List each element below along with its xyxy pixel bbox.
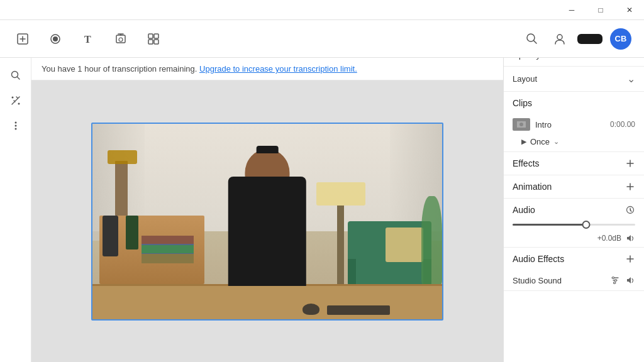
tripod-lamp — [337, 206, 344, 283]
svg-rect-6 — [148, 34, 153, 38]
animation-section: Animation — [504, 175, 644, 199]
person-cap — [256, 146, 279, 153]
clip-thumbnail — [513, 118, 530, 131]
minimize-button[interactable]: ─ — [557, 0, 586, 20]
books — [142, 236, 194, 263]
avatar[interactable]: CB — [610, 28, 631, 50]
audio-volume-icon[interactable] — [625, 233, 635, 243]
svg-point-5 — [119, 38, 123, 41]
svg-point-17 — [14, 128, 16, 130]
window-controls: ─ □ ✕ — [557, 0, 644, 20]
animation-title-row: Animation — [504, 175, 644, 198]
studio-sound-icons — [610, 275, 635, 285]
toolbar-left: T — [13, 29, 522, 49]
svg-point-13 — [11, 97, 13, 99]
audio-effects-add-icon[interactable] — [625, 254, 635, 264]
title-bar: ─ □ ✕ — [0, 0, 644, 20]
audio-effects-section: Audio Effects Studio Sound — [504, 248, 644, 291]
effects-add-icon[interactable] — [625, 158, 635, 168]
user-icon[interactable] — [550, 29, 570, 49]
audio-slider-fill — [513, 224, 586, 226]
play-icon[interactable]: ▶ — [521, 138, 526, 146]
clips-section: Clips Intro 0:00.00 ▶ Once ⌄ — [504, 92, 644, 152]
left-toolbar — [0, 58, 31, 362]
lamp-stand — [115, 161, 128, 216]
video-scene — [92, 124, 442, 319]
svg-point-26 — [614, 282, 616, 284]
sofa-leg-left — [348, 259, 356, 284]
layout-chevron-icon[interactable]: ⌄ — [627, 73, 635, 85]
svg-point-12 — [11, 72, 18, 78]
upload-icon[interactable] — [13, 29, 33, 49]
keyboard — [327, 305, 390, 315]
once-label[interactable]: Once — [530, 137, 550, 146]
studio-sound-label: Studio Sound — [513, 276, 605, 285]
close-button[interactable]: ✕ — [615, 0, 644, 20]
audio-effects-title-row: Audio Effects — [504, 248, 644, 270]
person — [211, 149, 323, 286]
more-options-left-icon[interactable] — [6, 116, 26, 136]
clip-name: Intro — [535, 120, 605, 129]
effects-title-row: Effects — [504, 152, 644, 175]
notification-text: You have 1 hour of transcription remaini… — [42, 64, 197, 74]
desk — [99, 216, 204, 284]
magic-icon[interactable] — [6, 90, 26, 111]
mouse — [303, 304, 320, 315]
timer-icon[interactable] — [111, 29, 131, 49]
svg-point-24 — [613, 277, 614, 279]
animation-label: Animation — [513, 182, 552, 192]
layout-icon[interactable] — [143, 29, 164, 49]
audio-slider-thumb[interactable] — [582, 221, 591, 229]
once-chevron-icon[interactable]: ⌄ — [553, 138, 559, 146]
audio-slider-container — [504, 221, 644, 233]
right-panel: Intro S ••• Opacity 100% — [503, 20, 644, 362]
once-row: ▶ Once ⌄ — [504, 134, 644, 151]
svg-point-15 — [14, 122, 16, 124]
notification-link[interactable]: Upgrade to increase your transcription l… — [199, 64, 357, 74]
toolbar-right: CB — [522, 28, 631, 50]
audio-slider-track[interactable] — [513, 224, 635, 226]
audio-title-row: Audio — [504, 199, 644, 221]
animation-add-icon[interactable] — [625, 182, 635, 192]
svg-point-2 — [53, 36, 58, 41]
svg-point-11 — [557, 35, 562, 40]
audio-timer-icon[interactable] — [625, 205, 635, 215]
svg-text:T: T — [84, 34, 91, 45]
audio-value-row: +0.0dB — [504, 233, 644, 247]
studio-sound-row: Studio Sound — [504, 270, 644, 290]
search-icon[interactable] — [522, 29, 542, 49]
sofa-cushion — [386, 228, 423, 262]
record-icon[interactable] — [45, 29, 65, 49]
audio-value: +0.0dB — [597, 234, 621, 243]
sofa — [348, 221, 431, 284]
search-left-icon[interactable] — [6, 65, 26, 85]
svg-rect-8 — [148, 40, 153, 44]
clip-time: 0:00.00 — [610, 120, 635, 129]
svg-point-16 — [14, 125, 16, 127]
notification-bar: You have 1 hour of transcription remaini… — [31, 58, 503, 80]
lamp-shade — [108, 150, 137, 164]
maximize-button[interactable]: □ — [586, 0, 615, 20]
svg-rect-7 — [154, 34, 158, 38]
plant-pot — [126, 216, 138, 250]
studio-volume-icon[interactable] — [625, 275, 635, 285]
audio-effects-label: Audio Effects — [513, 254, 564, 264]
audio-label: Audio — [513, 205, 535, 215]
video-frame[interactable] — [91, 123, 443, 321]
person-body — [228, 177, 307, 286]
svg-point-22 — [519, 123, 523, 126]
layout-section: Layout ⌄ — [504, 67, 644, 92]
plant-right — [421, 196, 442, 284]
studio-settings-icon[interactable] — [610, 275, 620, 285]
text-icon[interactable]: T — [78, 29, 98, 49]
svg-rect-9 — [154, 40, 158, 44]
effects-section: Effects — [504, 152, 644, 175]
svg-point-25 — [615, 280, 617, 282]
audio-section: Audio +0.0dB — [504, 199, 644, 248]
canvas-area — [31, 80, 503, 362]
effects-label: Effects — [513, 158, 540, 168]
publish-button[interactable] — [577, 34, 602, 44]
layout-label: Layout — [513, 74, 537, 84]
layout-row: Layout ⌄ — [504, 67, 644, 91]
clip-row: Intro 0:00.00 — [504, 114, 644, 134]
